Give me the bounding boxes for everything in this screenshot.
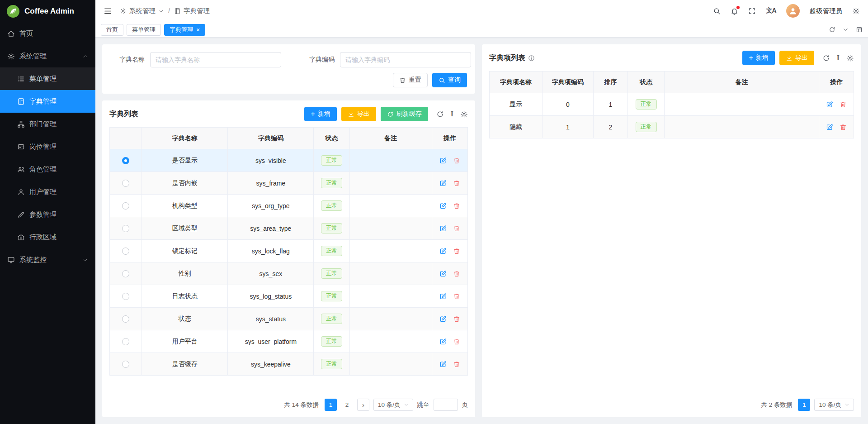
edit-icon[interactable]	[439, 202, 447, 210]
reset-button[interactable]: 重置	[393, 73, 428, 87]
sidebar-item-admin-region[interactable]: 行政区域	[0, 226, 95, 248]
tab-menu-mgmt[interactable]: 菜单管理	[127, 24, 161, 36]
sidebar-item-dict-mgmt[interactable]: 字典管理	[0, 90, 95, 113]
row-radio[interactable]	[122, 202, 129, 210]
sidebar-item-system-mgmt[interactable]: 系统管理	[0, 45, 95, 67]
edit-icon[interactable]	[439, 361, 447, 368]
delete-icon[interactable]	[453, 315, 460, 323]
breadcrumb-item-dict: 字典管理	[174, 7, 210, 15]
jump-page-input[interactable]	[434, 399, 458, 411]
row-radio[interactable]	[122, 270, 129, 277]
row-radio[interactable]	[122, 225, 129, 232]
delete-icon[interactable]	[453, 293, 460, 300]
delete-icon[interactable]	[453, 157, 460, 164]
edit-icon[interactable]	[439, 293, 447, 300]
delete-icon[interactable]	[453, 248, 460, 255]
density-icon[interactable]: I	[451, 110, 453, 118]
sidebar-item-role-mgmt[interactable]: 角色管理	[0, 158, 95, 181]
chevron-down-icon[interactable]	[843, 27, 849, 33]
delete-icon[interactable]	[453, 361, 460, 368]
column-settings-gear-icon[interactable]	[460, 110, 468, 118]
sidebar-item-system-monitor[interactable]: 系统监控	[0, 248, 95, 271]
sidebar-item-label: 参数管理	[29, 210, 57, 219]
page-1-button[interactable]: 1	[325, 399, 337, 411]
dict-code-cell: sys_status	[228, 308, 314, 330]
page-size-select[interactable]: 10 条/页	[814, 399, 854, 411]
refresh-icon[interactable]	[829, 26, 835, 33]
sidebar-item-home[interactable]: 首页	[0, 22, 95, 45]
dict-name-cell: 状态	[142, 308, 228, 330]
close-icon[interactable]: ×	[196, 27, 200, 33]
dict-code-cell: sys_sex	[228, 262, 314, 285]
sidebar-item-param-mgmt[interactable]: 参数管理	[0, 203, 95, 226]
edit-icon[interactable]	[439, 157, 447, 164]
sidebar-item-user-mgmt[interactable]: 用户管理	[0, 181, 95, 203]
sidebar-item-menu-mgmt[interactable]: 菜单管理	[0, 67, 95, 90]
column-settings-gear-icon[interactable]	[846, 54, 854, 62]
refresh-icon[interactable]	[822, 54, 830, 62]
delete-icon[interactable]	[453, 180, 460, 187]
page-size-select[interactable]: 10 条/页	[373, 399, 413, 411]
row-radio[interactable]	[122, 293, 129, 300]
avatar[interactable]	[786, 4, 800, 18]
row-radio[interactable]	[122, 157, 129, 164]
refresh-cache-button[interactable]: 刷新缓存	[381, 107, 428, 121]
tab-home[interactable]: 首页	[101, 24, 123, 36]
edit-icon[interactable]	[439, 315, 447, 323]
search-button-label: 查询	[448, 76, 461, 84]
delete-icon[interactable]	[453, 338, 460, 345]
delete-icon[interactable]	[453, 270, 460, 277]
page-2-button[interactable]: 2	[341, 399, 353, 411]
edit-icon[interactable]	[439, 225, 447, 232]
edit-icon[interactable]	[439, 180, 447, 187]
language-icon[interactable]: 文A	[766, 7, 776, 15]
search-button[interactable]: 查询	[432, 73, 467, 87]
fullscreen-icon[interactable]	[748, 7, 756, 15]
settings-gear-icon[interactable]	[852, 7, 860, 15]
edit-icon[interactable]	[439, 248, 447, 255]
dict-code-cell: sys_visible	[228, 149, 314, 172]
export-dict-items-button[interactable]: 导出	[779, 51, 814, 65]
sidebar-item-dept-mgmt[interactable]: 部门管理	[0, 113, 95, 135]
export-dict-button[interactable]: 导出	[341, 107, 376, 121]
breadcrumb-item-system[interactable]: 系统管理	[120, 7, 164, 15]
dict-list-card: 字典列表 + 新增 导出 刷	[102, 100, 475, 417]
delete-icon[interactable]	[840, 101, 847, 108]
density-icon[interactable]: I	[837, 54, 840, 62]
remark-cell	[349, 308, 432, 330]
search-icon[interactable]	[713, 7, 721, 15]
tab-label: 菜单管理	[132, 26, 156, 34]
add-dict-button[interactable]: + 新增	[304, 107, 336, 121]
info-icon[interactable]	[528, 55, 535, 62]
delete-icon[interactable]	[453, 225, 460, 232]
system-mgmt-submenu: 菜单管理 字典管理 部门管理 岗位管理 角色管理	[0, 67, 95, 248]
page-1-button[interactable]: 1	[798, 399, 810, 411]
row-radio[interactable]	[122, 180, 129, 187]
row-radio[interactable]	[122, 338, 129, 345]
table-row: 性别 sys_sex 正常	[110, 262, 468, 285]
search-icon	[439, 77, 445, 84]
dict-name-input[interactable]	[150, 52, 281, 67]
row-radio[interactable]	[122, 361, 129, 368]
edit-icon[interactable]	[439, 338, 447, 345]
layout-icon[interactable]	[856, 26, 863, 33]
next-page-button[interactable]: ›	[357, 399, 369, 411]
dict-code-input[interactable]	[340, 52, 471, 67]
delete-icon[interactable]	[453, 202, 460, 210]
tab-dict-mgmt[interactable]: 字典管理 ×	[164, 24, 205, 36]
tabbar: 首页 菜单管理 字典管理 ×	[95, 22, 868, 38]
notification-bell-icon[interactable]	[731, 7, 738, 15]
edit-icon[interactable]	[826, 124, 833, 131]
hamburger-icon[interactable]	[104, 7, 112, 15]
row-radio[interactable]	[122, 248, 129, 255]
username[interactable]: 超级管理员	[810, 7, 843, 15]
delete-icon[interactable]	[840, 124, 847, 131]
edit-icon[interactable]	[826, 101, 833, 108]
sidebar-item-post-mgmt[interactable]: 岗位管理	[0, 135, 95, 158]
add-dict-item-button[interactable]: + 新增	[742, 51, 774, 65]
row-radio[interactable]	[122, 315, 129, 323]
edit-icon[interactable]	[439, 270, 447, 277]
breadcrumb: 系统管理 / 字典管理	[104, 7, 210, 15]
refresh-icon[interactable]	[436, 110, 444, 118]
app-root: Coffee Admin 首页 系统管理 菜单管理 字典管理	[0, 0, 868, 424]
